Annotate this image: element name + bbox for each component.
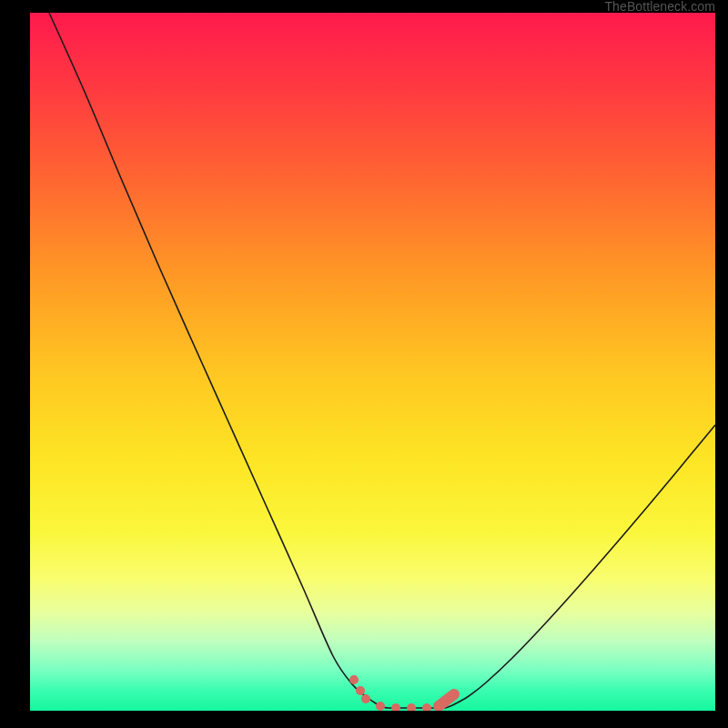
left-curve-path bbox=[49, 13, 388, 708]
chart-plot-area bbox=[30, 13, 715, 711]
highlight-dot bbox=[349, 675, 359, 684]
highlight-capsule bbox=[439, 694, 454, 706]
highlight-dot bbox=[376, 702, 385, 711]
chart-svg bbox=[30, 13, 715, 711]
highlight-dot bbox=[407, 703, 416, 711]
watermark-text: TheBottleneck.com bbox=[604, 0, 715, 13]
highlight-dot bbox=[391, 703, 400, 711]
highlight-dot bbox=[422, 703, 431, 711]
right-curve-path bbox=[445, 425, 715, 708]
highlight-dot bbox=[361, 694, 370, 703]
highlight-markers bbox=[349, 675, 454, 711]
highlight-dot bbox=[356, 686, 365, 695]
